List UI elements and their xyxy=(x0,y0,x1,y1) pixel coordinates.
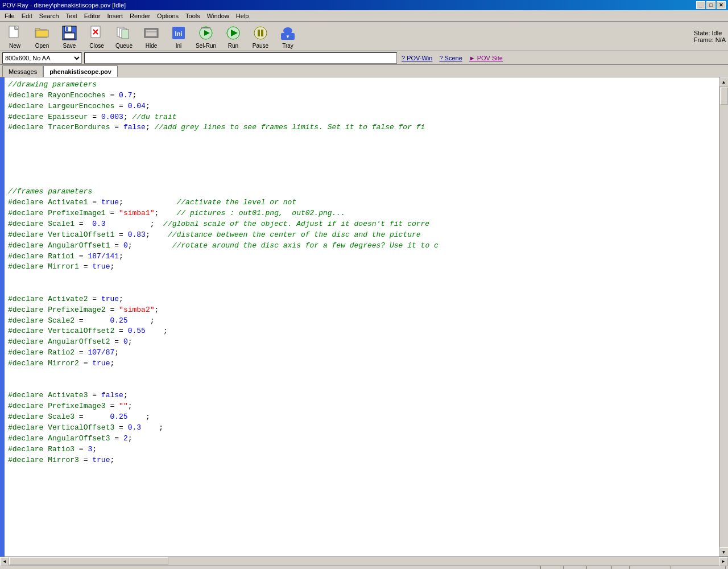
close-button[interactable]: Close xyxy=(84,23,109,50)
menubar: File Edit Search Text Editor Insert Rend… xyxy=(0,10,728,22)
resolution-select[interactable]: 800x600, No AA xyxy=(2,52,82,64)
tray-icon: ▼ xyxy=(279,24,297,42)
scroll-up-arrow[interactable]: ▲ xyxy=(719,77,729,86)
window-controls: _ □ ✕ xyxy=(696,1,726,9)
titlebar: POV-Ray - disney\phenakistiscope.pov [Id… xyxy=(0,0,728,10)
hscroll-thumb[interactable] xyxy=(9,557,168,565)
maximize-button[interactable]: □ xyxy=(706,1,715,9)
save-label: Save xyxy=(63,43,76,49)
status-mode: Ins xyxy=(612,566,630,569)
new-icon xyxy=(6,24,24,42)
frame-label: Frame: N/A xyxy=(694,36,726,43)
toolbar: New Open Save xyxy=(0,22,728,51)
menu-text[interactable]: Text xyxy=(63,11,81,20)
status-line: L: 35 xyxy=(564,566,587,569)
state-panel: State: Idle Frame: N/A xyxy=(694,30,726,43)
open-button[interactable]: Open xyxy=(30,23,55,50)
svg-text:Ini: Ini xyxy=(175,30,183,37)
pause-label: Pause xyxy=(253,43,268,49)
run-button[interactable]: Run xyxy=(221,23,246,50)
ini-button[interactable]: Ini Ini xyxy=(166,23,191,50)
povwin-link[interactable]: ? POV-Win xyxy=(399,55,435,61)
tabs: Messages phenakistiscope.pov xyxy=(0,65,728,77)
svg-point-31 xyxy=(283,27,292,34)
close-button[interactable]: ✕ xyxy=(717,1,726,9)
save-icon xyxy=(60,24,78,42)
run-icon xyxy=(224,24,242,42)
vertical-scrollbar[interactable]: ▲ ▼ xyxy=(719,77,728,556)
selrun-label: Sel-Run xyxy=(196,43,216,49)
hide-icon xyxy=(142,24,160,42)
new-label: New xyxy=(9,43,20,49)
tray-label: Tray xyxy=(282,43,293,49)
queue-icon xyxy=(115,24,133,42)
hscroll-track xyxy=(9,557,719,566)
menu-insert[interactable]: Insert xyxy=(104,11,127,20)
editor-container: //drawing parameters #declare RayonEncoc… xyxy=(0,77,728,556)
queue-button[interactable]: Queue xyxy=(111,23,136,50)
scroll-down-arrow[interactable]: ▼ xyxy=(719,547,729,556)
tab-messages[interactable]: Messages xyxy=(2,65,43,77)
code-editor[interactable]: //drawing parameters #declare RayonEncoc… xyxy=(5,77,719,556)
ini-label: Ini xyxy=(176,43,182,49)
horizontal-scrollbar[interactable]: ◀ ▶ xyxy=(0,556,728,566)
status-pps: 96000 PPS xyxy=(630,566,671,569)
open-icon xyxy=(33,24,51,42)
addrbar: 800x600, No AA ? POV-Win ? Scene ► POV S… xyxy=(0,51,728,65)
run-label: Run xyxy=(228,43,238,49)
status-memory: 7MB xyxy=(541,566,564,569)
hide-button[interactable]: Hide xyxy=(139,23,164,50)
menu-tools[interactable]: Tools xyxy=(182,11,204,20)
menu-edit[interactable]: Edit xyxy=(18,11,36,20)
open-label: Open xyxy=(35,43,49,49)
status-message: File saved xyxy=(2,566,541,569)
save-button[interactable]: Save xyxy=(57,23,82,50)
tab-file[interactable]: phenakistiscope.pov xyxy=(43,65,118,77)
state-label: State: Idle xyxy=(694,30,726,36)
svg-rect-29 xyxy=(261,30,263,36)
menu-search[interactable]: Search xyxy=(36,11,63,20)
tray-button[interactable]: ▼ Tray xyxy=(275,23,300,50)
hide-label: Hide xyxy=(146,43,158,49)
svg-rect-9 xyxy=(64,33,75,39)
menu-editor[interactable]: Editor xyxy=(81,11,104,20)
render-input[interactable] xyxy=(84,52,397,64)
selrun-button[interactable]: Sel-Run xyxy=(193,23,218,50)
pause-button[interactable]: Pause xyxy=(248,23,273,50)
menu-window[interactable]: Window xyxy=(204,11,233,20)
title-text: POV-Ray - disney\phenakistiscope.pov [Id… xyxy=(2,2,126,9)
pause-icon xyxy=(251,24,270,42)
close-icon xyxy=(88,24,106,42)
close-label: Close xyxy=(89,43,104,49)
svg-rect-18 xyxy=(146,30,157,36)
hscroll-right-arrow[interactable]: ▶ xyxy=(719,557,728,566)
blue-bar xyxy=(0,77,5,556)
new-button[interactable]: New xyxy=(2,23,27,50)
status-time: 0d 00h 00m 05s xyxy=(671,566,726,569)
menu-help[interactable]: Help xyxy=(233,11,253,20)
queue-label: Queue xyxy=(115,43,133,49)
menu-options[interactable]: Options xyxy=(154,11,182,20)
scroll-thumb[interactable] xyxy=(720,88,728,105)
selrun-icon xyxy=(197,24,215,42)
menu-render[interactable]: Render xyxy=(126,11,154,20)
svg-point-27 xyxy=(254,27,267,39)
status-col: C: 18 xyxy=(587,566,611,569)
hscroll-left-arrow[interactable]: ◀ xyxy=(0,557,9,566)
statusbar: File saved 7MB L: 35 C: 18 Ins 96000 PPS… xyxy=(0,566,728,569)
svg-text:▼: ▼ xyxy=(286,34,290,39)
svg-rect-10 xyxy=(66,27,68,31)
povsite-link[interactable]: ► POV Site xyxy=(467,55,505,61)
minimize-button[interactable]: _ xyxy=(696,1,705,9)
ini-icon: Ini xyxy=(169,24,188,42)
scene-link[interactable]: ? Scene xyxy=(437,55,464,61)
svg-rect-28 xyxy=(258,30,260,36)
menu-file[interactable]: File xyxy=(1,11,18,20)
svg-rect-16 xyxy=(122,30,129,39)
svg-rect-6 xyxy=(36,30,48,37)
